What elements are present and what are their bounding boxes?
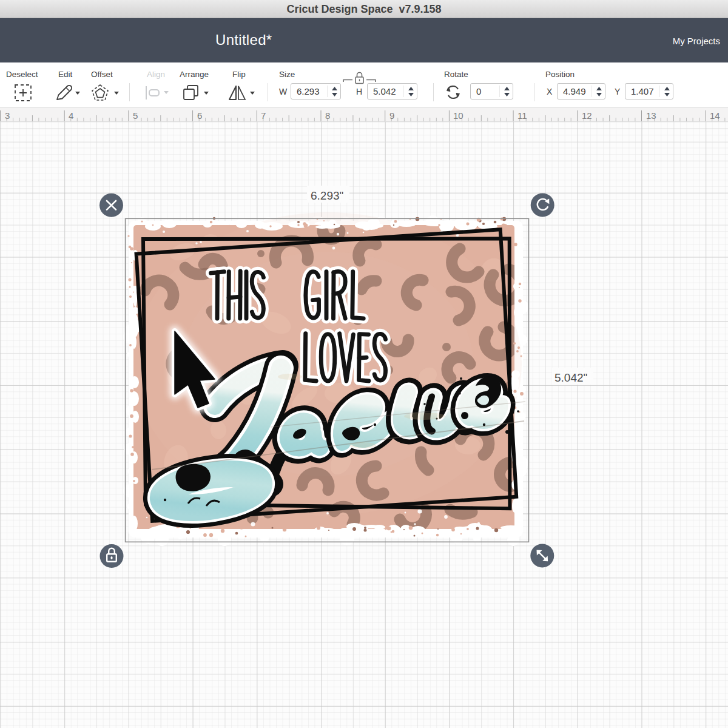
svg-text:6: 6 — [197, 110, 202, 121]
svg-text:10: 10 — [453, 110, 463, 121]
svg-text:9: 9 — [389, 110, 394, 121]
svg-text:5.042": 5.042" — [554, 371, 587, 384]
svg-text:3: 3 — [5, 110, 10, 121]
svg-text:4: 4 — [69, 110, 73, 121]
svg-text:12: 12 — [582, 110, 592, 121]
svg-text:11: 11 — [517, 110, 527, 121]
svg-text:6.293": 6.293" — [311, 189, 343, 202]
svg-text:14: 14 — [710, 110, 720, 121]
svg-text:8: 8 — [325, 110, 330, 121]
svg-text:13: 13 — [646, 110, 656, 121]
svg-text:7: 7 — [261, 110, 266, 121]
svg-text:5: 5 — [133, 110, 138, 121]
